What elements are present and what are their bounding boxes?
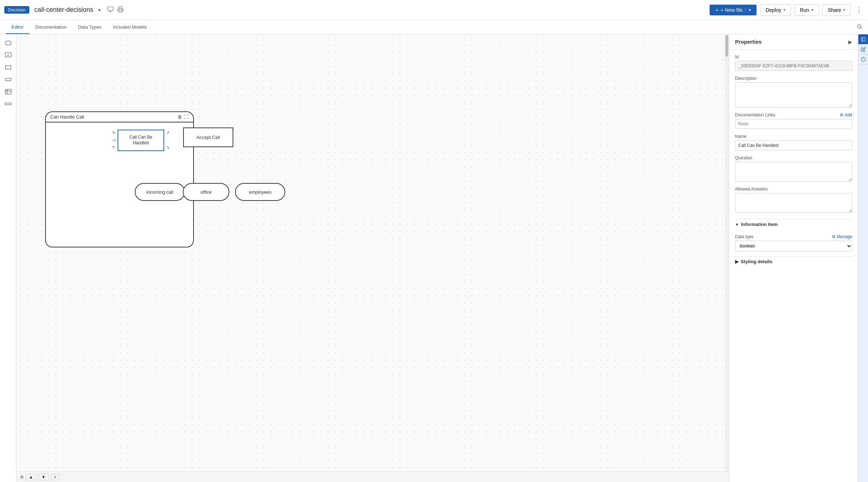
svg-rect-13 (5, 103, 11, 105)
zoom-fit-button[interactable]: + (51, 474, 59, 480)
styling-chevron-icon: ▶ (735, 259, 739, 264)
print-icon[interactable] (117, 6, 124, 14)
prop-allowed-answers-textarea[interactable] (735, 193, 852, 213)
canvas-bottom-bar: ⊕ ▲ ▼ + (16, 471, 729, 482)
tab-editor[interactable]: Editor (6, 21, 29, 34)
svg-rect-0 (108, 7, 113, 11)
prop-doc-links-label: Documentation Links (735, 112, 775, 117)
deploy-dropdown-icon[interactable]: ▾ (783, 8, 786, 12)
dmn-oval-incoming-call[interactable]: incoming call (135, 183, 185, 201)
new-file-button[interactable]: + + New file ▾ (710, 5, 757, 15)
dmn-oval-employees-label: employees (249, 189, 272, 195)
more-options-button[interactable]: ⋮ (854, 5, 864, 15)
toolbar-rect2-icon[interactable] (3, 74, 14, 85)
canvas-background (16, 34, 729, 482)
toolbar-chat-icon[interactable] (3, 50, 14, 60)
group-expand-icon[interactable]: ⛶ (184, 114, 189, 120)
zoom-down-button[interactable]: ▼ (38, 474, 49, 480)
top-bar: Decision call-center-decisions ▾ + + New… (0, 0, 868, 20)
svg-rect-8 (5, 66, 11, 69)
prop-row-data-type: Data type ⚙ Manage boolean string intege… (735, 234, 852, 251)
monitor-icon[interactable] (107, 6, 114, 14)
svg-line-5 (860, 28, 862, 29)
dmn-oval-office-label: office (201, 189, 212, 195)
toolbar-minus-icon[interactable] (3, 99, 14, 109)
svg-point-4 (858, 24, 861, 28)
right-panel-icon-1[interactable] (858, 34, 868, 44)
tab-documentation[interactable]: Documentation (29, 21, 72, 34)
share-label: Share (828, 7, 841, 13)
canvas-scroll-thumb[interactable] (725, 35, 728, 57)
dmn-rect-accept-call-label: Accept Call (196, 135, 220, 140)
decision-badge: Decision (4, 6, 29, 14)
prop-row-id: Id (735, 54, 852, 71)
dmn-decision-call-can-be-handled[interactable]: Call Can BeHandled (118, 130, 164, 151)
toolbar-rect-icon[interactable] (3, 62, 14, 72)
run-dropdown-icon[interactable]: ▾ (811, 8, 814, 12)
prop-row-allowed-answers: Allowed Answers (735, 187, 852, 213)
zoom-icon[interactable]: ⊕ (20, 474, 24, 479)
styling-label: Styling details (741, 259, 772, 264)
share-dropdown-icon[interactable]: ▾ (843, 8, 845, 12)
dmn-group-can-handle-call[interactable]: Can Handle Call 🗑 ⛶ Call Can BeHandled ✎… (45, 111, 194, 247)
toolbar-table-icon[interactable] (3, 87, 14, 97)
props-title: Properties (735, 39, 762, 45)
prop-manage-link[interactable]: ⚙ Manage (832, 234, 852, 239)
file-title: call-center-decisions (34, 6, 93, 14)
canvas-area[interactable]: Can Handle Call 🗑 ⛶ Call Can BeHandled ✎… (16, 34, 729, 482)
prop-doc-links-input[interactable] (735, 119, 852, 129)
prop-description-label: Description (735, 76, 852, 81)
canvas-scrollbar[interactable] (725, 34, 729, 482)
svg-rect-3 (119, 10, 122, 12)
deploy-button[interactable]: Deploy ▾ (760, 4, 791, 16)
run-button[interactable]: Run ▾ (795, 4, 819, 16)
right-panel-icon-3[interactable] (858, 54, 868, 64)
tabs-bar: Editor Documentation Data Types Included… (0, 20, 868, 34)
title-dropdown-icon[interactable]: ▾ (98, 7, 101, 13)
prop-row-description: Description (735, 76, 852, 107)
context-resize2-icon[interactable]: ↗ (166, 130, 170, 135)
dmn-group-title: Can Handle Call (50, 114, 84, 120)
props-header: Properties ▶ (729, 34, 858, 49)
toolbar-oval-icon[interactable] (3, 38, 14, 48)
new-file-dropdown-icon[interactable]: ▾ (745, 8, 751, 13)
svg-rect-9 (5, 78, 11, 81)
prop-description-textarea[interactable] (735, 82, 852, 107)
new-file-label: + New file (721, 7, 743, 13)
prop-id-label: Id (735, 54, 852, 59)
prop-id-input[interactable] (735, 61, 852, 71)
search-icon[interactable] (857, 24, 862, 31)
group-delete-icon[interactable]: 🗑 (177, 114, 182, 120)
props-collapse-icon[interactable]: ▶ (848, 39, 852, 45)
tab-data-types[interactable]: Data Types (72, 21, 107, 34)
dmn-oval-office[interactable]: office (183, 183, 229, 201)
context-resize-icon[interactable]: ↖ (112, 145, 116, 150)
left-toolbar (0, 34, 16, 482)
dmn-rect-accept-call[interactable]: Accept Call (183, 127, 233, 147)
prop-data-type-label: Data type (735, 234, 753, 239)
prop-add-link[interactable]: ⚙ Add (840, 112, 852, 117)
info-item-chevron-icon: ▼ (735, 222, 739, 227)
prop-section-info-item[interactable]: ▼ Information item (735, 219, 852, 229)
info-item-label: Information item (741, 222, 778, 227)
svg-point-6 (5, 41, 11, 45)
dmn-decision-label: Call Can BeHandled (129, 135, 152, 146)
tab-included-models[interactable]: Included Models (107, 21, 153, 34)
prop-data-type-select[interactable]: boolean string integer number (735, 241, 852, 251)
context-edit-icon[interactable]: ✎ (112, 130, 116, 135)
prop-section-styling[interactable]: ▶ Styling details (735, 256, 852, 266)
dmn-oval-employees[interactable]: employees (235, 183, 285, 201)
main-area: Can Handle Call 🗑 ⛶ Call Can BeHandled ✎… (0, 34, 868, 482)
prop-question-textarea[interactable] (735, 162, 852, 182)
right-panel-icon-2[interactable] (858, 44, 868, 54)
context-resize3-icon[interactable]: ↘ (166, 145, 170, 150)
context-link-icon[interactable]: ◁ (112, 138, 115, 143)
prop-name-input[interactable] (735, 140, 852, 150)
prop-data-type-header: Data type ⚙ Manage (735, 234, 852, 239)
share-button[interactable]: Share ▾ (822, 4, 851, 16)
zoom-up-button[interactable]: ▲ (26, 474, 36, 480)
top-bar-icons (107, 6, 124, 14)
prop-doc-links-header: Documentation Links ⚙ Add (735, 112, 852, 117)
right-side-panel (858, 34, 868, 482)
run-label: Run (800, 7, 809, 13)
